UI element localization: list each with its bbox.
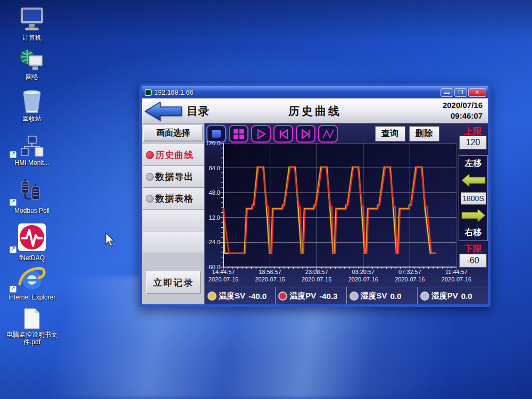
history-trend-plot[interactable]	[219, 143, 456, 272]
sidebar: 画面选择 历史曲线 数据导出 数据表格	[142, 123, 205, 304]
desktop: 计算机 网络 回收站	[0, 0, 532, 399]
desktop-icon-computer[interactable]: 计算机	[6, 6, 57, 42]
sidebar-empty-row	[143, 231, 204, 253]
x-tick-label: 18:56:572020-07-15	[255, 269, 285, 284]
pan-left-arrow-button[interactable]	[461, 173, 486, 188]
skip-end-icon	[301, 129, 311, 139]
desktop-icon-recycle-bin[interactable]: 回收站	[6, 89, 57, 123]
pan-right-arrow-button[interactable]	[461, 209, 486, 223]
x-tick-label: 07:32:572020-07-16	[395, 269, 425, 284]
y-tick-label: 12.0	[209, 214, 220, 221]
legend-item-humidity-pv[interactable]: 湿度PV 0.0	[417, 287, 488, 304]
pan-controls: 左移 1800S 右移	[459, 155, 488, 241]
single-view-icon	[212, 130, 221, 138]
x-axis-labels: 14:44:572020-07-1518:56:572020-07-1523:0…	[223, 269, 456, 285]
mouse-cursor	[105, 232, 115, 247]
radio-selected-icon	[146, 151, 154, 159]
page-title: 历史曲线	[142, 104, 488, 119]
window-titlebar[interactable]: 192.168.1.66 ▬ ❐ ✕	[142, 86, 488, 98]
play-icon	[256, 129, 267, 139]
desktop-icon-hmi-monitor[interactable]: HMI Monit...	[6, 136, 57, 167]
y-tick-label: 48.0	[209, 189, 220, 196]
skip-start-icon	[278, 129, 289, 139]
temp-pv-color-dot	[278, 292, 287, 301]
pan-interval-value[interactable]: 1800S	[461, 192, 486, 205]
sidebar-item-data-table[interactable]: 数据表格	[143, 188, 204, 210]
y-tick-label: 120.0	[205, 140, 220, 146]
x-tick-label: 03:20:572020-07-16	[348, 269, 378, 284]
lower-limit-label: 下限	[459, 243, 487, 255]
hmi-window: 192.168.1.66 ▬ ❐ ✕ 目录 历史曲线 2020/07/16 09…	[139, 84, 491, 307]
x-tick-label: 23:08:572020-07-15	[302, 269, 331, 284]
modbus-poll-icon	[6, 178, 57, 206]
curve-legend: 温度SV -40.0 温度PV -40.3 湿度SV 0.0	[205, 287, 488, 304]
curve-toolbar	[206, 125, 338, 143]
pan-right-label: 右移	[465, 227, 482, 238]
minimize-icon: ▬	[444, 89, 450, 95]
desktop-icon-label: 回收站	[6, 115, 57, 123]
desktop-icon-network[interactable]: 网络	[6, 49, 57, 81]
internet-explorer-icon	[6, 266, 57, 293]
curve-icon	[322, 129, 335, 139]
desktop-icon-label: 电脑监控说明书文件.pdf	[6, 331, 57, 346]
sidebar-empty-row	[143, 210, 204, 231]
skip-end-button[interactable]	[296, 125, 315, 143]
computer-icon	[6, 6, 57, 33]
lower-limit-value[interactable]: -60	[459, 254, 487, 268]
delete-button[interactable]: 删除	[409, 126, 439, 142]
desktop-icon-modbus-poll[interactable]: Modbus Poll	[6, 178, 57, 215]
minimize-button[interactable]: ▬	[440, 88, 453, 97]
query-button[interactable]: 查询	[375, 126, 405, 142]
desktop-icon-label: 计算机	[6, 35, 57, 42]
y-tick-label: 84.0	[209, 165, 220, 171]
screen-content: 画面选择 历史曲线 数据导出 数据表格	[142, 123, 488, 304]
screen-select-button[interactable]: 画面选择	[143, 125, 203, 142]
desktop-icon-internet-explorer[interactable]: Internet Explorer	[6, 266, 57, 302]
desktop-icon-fnetdaq[interactable]: fNetDAQ	[6, 222, 57, 262]
humidity-sv-color-dot	[350, 292, 359, 301]
desktop-icon-label: 网络	[6, 74, 57, 81]
close-icon: ✕	[475, 89, 479, 95]
skip-start-button[interactable]	[273, 125, 293, 143]
multi-view-icon	[233, 129, 245, 139]
curve-mode-button[interactable]	[318, 125, 338, 143]
time-value: 09:46:07	[443, 111, 483, 121]
datetime-display: 2020/07/16 09:46:07	[443, 100, 483, 122]
fnetdaq-icon	[6, 222, 57, 253]
maximize-icon: ❐	[459, 89, 463, 95]
shortcut-arrow-icon	[10, 151, 16, 158]
x-tick-label: 11:44:572020-07-16	[442, 269, 471, 284]
radio-icon	[146, 195, 154, 203]
desktop-icon-label: HMI Monit...	[6, 160, 57, 167]
close-button[interactable]: ✕	[468, 88, 486, 97]
date-value: 2020/07/16	[443, 100, 483, 111]
record-now-button[interactable]: 立即记录	[146, 271, 201, 294]
hmi-monitor-icon	[6, 136, 57, 158]
maximize-button[interactable]: ❐	[454, 88, 467, 97]
screen-header: 目录 历史曲线 2020/07/16 09:46:07	[142, 98, 488, 123]
desktop-icon-label: Modbus Poll	[6, 207, 57, 215]
window-title: 192.168.1.66	[154, 89, 439, 96]
desktop-icon-label: fNetDAQ	[6, 255, 57, 262]
legend-item-temp-sv[interactable]: 温度SV -40.0	[205, 287, 275, 304]
multi-view-button[interactable]	[229, 125, 248, 143]
sidebar-item-data-export[interactable]: 数据导出	[143, 166, 204, 188]
chart-panel: 查询 删除 上限 120 120.084.048.012.0-24.0-60.0…	[205, 123, 488, 304]
pan-left-label: 左移	[465, 158, 482, 169]
y-tick-label: -24.0	[207, 239, 220, 245]
legend-item-temp-pv[interactable]: 温度PV -40.3	[275, 287, 346, 304]
network-icon	[6, 49, 57, 72]
app-icon	[145, 89, 152, 96]
play-button[interactable]	[251, 125, 271, 143]
radio-icon	[146, 173, 154, 181]
shortcut-arrow-icon	[10, 286, 16, 293]
recycle-bin-icon	[6, 89, 57, 114]
pdf-document-icon	[6, 307, 57, 330]
legend-item-humidity-sv[interactable]: 湿度SV 0.0	[346, 287, 417, 304]
upper-limit-value[interactable]: 120	[459, 136, 487, 149]
desktop-icon-label: Internet Explorer	[6, 294, 57, 302]
shortcut-arrow-icon	[10, 246, 16, 253]
x-tick-label: 14:44:572020-07-15	[209, 269, 238, 284]
desktop-icon-pdf-document[interactable]: 电脑监控说明书文件.pdf	[6, 307, 57, 346]
sidebar-item-history-curve[interactable]: 历史曲线	[143, 144, 204, 166]
